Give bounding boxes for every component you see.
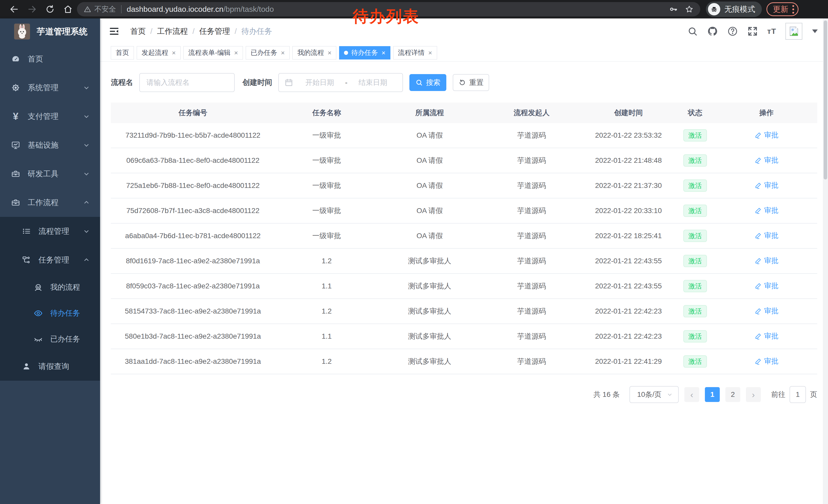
- reset-button[interactable]: 重置: [453, 74, 489, 91]
- approve-link[interactable]: 审批: [754, 306, 779, 316]
- created-cell: 2022-01-21 22:41:29: [582, 357, 675, 366]
- tasks-table: 任务编号任务名称所属流程流程发起人创建时间状态操作 73211d9d-7b9b-…: [111, 102, 817, 374]
- created-cell: 2022-01-22 21:37:30: [582, 182, 675, 190]
- status-cell: 激活: [675, 154, 716, 167]
- scrollbar-thumb[interactable]: [824, 20, 827, 179]
- help-icon[interactable]: [727, 26, 738, 37]
- tab-0[interactable]: 首页: [111, 46, 134, 59]
- approve-link[interactable]: 审批: [754, 205, 779, 215]
- prev-page-button[interactable]: ‹: [685, 387, 699, 402]
- approve-link[interactable]: 审批: [754, 281, 779, 291]
- starter-cell: 芋道源码: [481, 181, 582, 190]
- process-cell: 测试多审批人: [378, 357, 481, 366]
- process-cell: 测试多审批人: [378, 256, 481, 266]
- table-row-9: 381aa1dd-7ac8-11ec-a9e2-a2380e71991a1.2测…: [111, 349, 817, 374]
- approve-link[interactable]: 审批: [754, 180, 779, 190]
- sidebar-item-label: 请假查询: [38, 361, 69, 372]
- sidebar-item-home[interactable]: 首页: [0, 45, 100, 73]
- approve-link[interactable]: 审批: [754, 231, 779, 240]
- github-icon[interactable]: [707, 26, 718, 37]
- goto-suffix: 页: [810, 390, 817, 400]
- start-date-placeholder[interactable]: 开始日期: [296, 78, 343, 87]
- bookmark-star-icon[interactable]: [685, 5, 694, 13]
- process-cell: OA 请假: [378, 206, 481, 216]
- key-icon[interactable]: [669, 5, 678, 13]
- sidebar-item-done-tasks[interactable]: 已办任务: [0, 326, 100, 352]
- approve-link[interactable]: 审批: [754, 356, 779, 366]
- page-button-2[interactable]: 2: [726, 387, 740, 402]
- tab-4[interactable]: 我的流程×: [292, 46, 336, 59]
- end-date-placeholder[interactable]: 结束日期: [349, 78, 397, 87]
- close-icon[interactable]: ×: [428, 49, 432, 56]
- calendar-icon: [285, 78, 293, 87]
- tab-6[interactable]: 流程详情×: [393, 46, 437, 59]
- avatar[interactable]: [785, 23, 802, 40]
- tab-label: 流程详情: [398, 48, 425, 57]
- close-icon[interactable]: ×: [381, 49, 385, 56]
- update-label: 更新: [773, 4, 788, 15]
- sidebar-item-workflow[interactable]: 工作流程: [0, 188, 100, 217]
- tab-5[interactable]: 待办任务×: [339, 46, 390, 59]
- fullscreen-icon[interactable]: [747, 26, 758, 37]
- task-id-cell: 069c6a63-7b8a-11ec-8ef0-acde48001122: [111, 156, 275, 165]
- approve-link[interactable]: 审批: [754, 256, 779, 266]
- not-secure-warning-icon[interactable]: [84, 5, 91, 13]
- app-logo-row[interactable]: 芋道管理系统: [0, 18, 100, 45]
- next-page-button[interactable]: ›: [746, 387, 761, 402]
- approve-link[interactable]: 审批: [754, 130, 779, 140]
- sidebar-item-label: 首页: [28, 54, 43, 64]
- breadcrumb-workflow[interactable]: 工作流程: [157, 26, 188, 37]
- close-icon[interactable]: ×: [234, 49, 238, 56]
- page-size-select[interactable]: 10条/页: [629, 386, 679, 403]
- tab-1[interactable]: 发起流程×: [137, 46, 180, 59]
- app-title: 芋道管理系统: [37, 26, 87, 37]
- approve-link[interactable]: 审批: [754, 331, 779, 341]
- reload-icon[interactable]: [45, 4, 55, 14]
- security-label[interactable]: 不安全: [94, 4, 116, 14]
- sidebar-item-todo-tasks[interactable]: 待办任务: [0, 300, 100, 326]
- breadcrumb-separator: /: [150, 27, 152, 36]
- search-button[interactable]: 搜索: [409, 74, 446, 91]
- tab-3[interactable]: 已办任务×: [246, 46, 290, 59]
- process-name-input[interactable]: [139, 73, 235, 92]
- sidebar-item-leave-query[interactable]: 请假查询: [0, 352, 100, 381]
- process-cell: 测试多审批人: [378, 281, 481, 291]
- back-icon[interactable]: [9, 4, 19, 14]
- sidebar-item-infrastructure[interactable]: 基础设施: [0, 131, 100, 159]
- home-icon[interactable]: [63, 4, 73, 14]
- annotation-todo-list: 待办列表: [353, 6, 419, 27]
- sidebar-item-system[interactable]: 系统管理: [0, 73, 100, 102]
- tab-2[interactable]: 流程表单-编辑×: [183, 46, 243, 59]
- browser-menu-icon[interactable]: [792, 5, 794, 13]
- close-icon[interactable]: ×: [172, 49, 176, 56]
- sidebar-item-my-process[interactable]: 我的流程: [0, 274, 100, 300]
- breadcrumb-home[interactable]: 首页: [130, 26, 146, 37]
- table-row-8: 580e1b3d-7ac8-11ec-a9e2-a2380e71991a1.1测…: [111, 324, 817, 349]
- sidebar-item-label: 系统管理: [28, 83, 58, 93]
- sidebar-item-task-mgmt[interactable]: 任务管理: [0, 245, 100, 274]
- page-button-1[interactable]: 1: [705, 387, 720, 402]
- update-button[interactable]: 更新: [767, 2, 798, 16]
- url-path[interactable]: /bpm/task/todo: [223, 5, 274, 13]
- sidebar-collapse-icon[interactable]: [109, 26, 120, 37]
- page-scrollbar[interactable]: [823, 18, 828, 504]
- status-badge: 激活: [683, 179, 707, 192]
- approve-link-label: 审批: [764, 256, 779, 266]
- forward-icon[interactable]: [27, 4, 37, 14]
- breadcrumb-task-mgmt[interactable]: 任务管理: [199, 26, 230, 37]
- avatar-dropdown-caret-icon[interactable]: [812, 30, 818, 33]
- url-host[interactable]: dashboard.yudao.iocoder.cn: [127, 5, 223, 13]
- font-size-icon[interactable]: ᴛT: [767, 27, 776, 36]
- column-header-2: 所属流程: [378, 108, 481, 118]
- tab-label: 待办任务: [351, 48, 378, 57]
- search-icon[interactable]: [687, 26, 698, 37]
- sidebar-item-dev-tools[interactable]: 研发工具: [0, 159, 100, 188]
- date-range-picker[interactable]: 开始日期 - 结束日期: [278, 73, 403, 92]
- approve-link[interactable]: 审批: [754, 155, 779, 165]
- close-icon[interactable]: ×: [328, 49, 331, 56]
- starter-cell: 芋道源码: [481, 206, 582, 216]
- sidebar-item-process-mgmt[interactable]: 流程管理: [0, 217, 100, 245]
- sidebar-item-payment[interactable]: ¥ 支付管理: [0, 102, 100, 131]
- close-icon[interactable]: ×: [281, 49, 285, 56]
- goto-page-input[interactable]: [790, 386, 806, 403]
